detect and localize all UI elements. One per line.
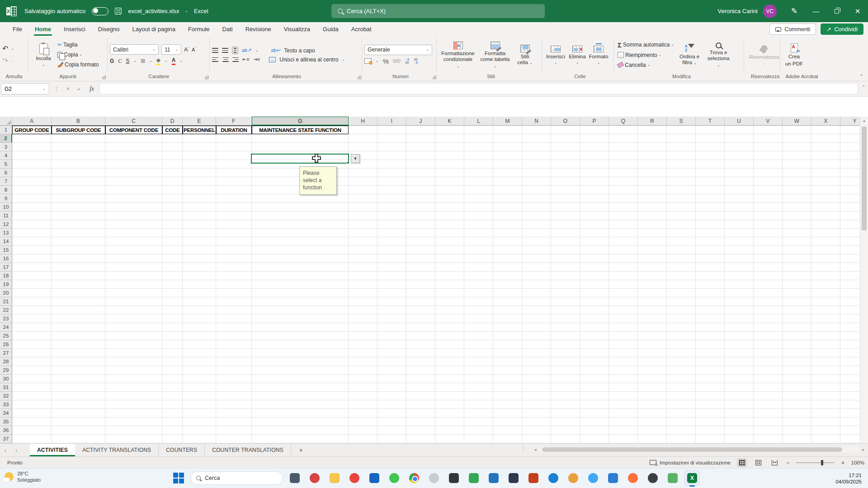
cell-A2[interactable] — [12, 134, 52, 143]
ribbon-tab-inserisci[interactable]: Inserisci — [57, 22, 92, 36]
merge-center-icon[interactable]: ↔ — [269, 57, 276, 62]
cell-W28[interactable] — [783, 357, 811, 366]
column-header-H[interactable]: H — [349, 117, 377, 126]
cell-D24[interactable] — [162, 323, 183, 332]
cell-O8[interactable] — [551, 186, 580, 194]
cell-H6[interactable] — [349, 169, 377, 177]
column-header-I[interactable]: I — [377, 117, 406, 126]
cell-L36[interactable] — [464, 426, 493, 435]
cell-S1[interactable] — [667, 126, 696, 134]
cell-B5[interactable] — [52, 160, 105, 169]
cell-P32[interactable] — [580, 392, 609, 400]
cell-E8[interactable] — [183, 186, 216, 194]
cell-X26[interactable] — [811, 340, 840, 349]
cell-L14[interactable] — [464, 237, 493, 246]
cell-I3[interactable] — [377, 143, 406, 151]
cell-N30[interactable] — [522, 375, 551, 383]
row-header-23[interactable]: 23 — [0, 314, 12, 323]
cell-R21[interactable] — [638, 297, 667, 306]
cell-S28[interactable] — [667, 357, 696, 366]
cell-L27[interactable] — [464, 349, 493, 357]
cell-R30[interactable] — [638, 375, 667, 383]
cell-K17[interactable] — [435, 263, 464, 272]
cell-E16[interactable] — [183, 254, 216, 263]
cell-H29[interactable] — [349, 366, 377, 375]
cell-Y7[interactable] — [840, 177, 860, 186]
row-header-24[interactable]: 24 — [0, 323, 12, 332]
cell-D16[interactable] — [162, 254, 183, 263]
cell-H21[interactable] — [349, 297, 377, 306]
scroll-right-icon[interactable]: ▸ — [862, 447, 864, 452]
cell-Y16[interactable] — [840, 254, 860, 263]
cell-R20[interactable] — [638, 289, 667, 297]
cell-P21[interactable] — [580, 297, 609, 306]
cell-W1[interactable] — [783, 126, 811, 134]
cell-V34[interactable] — [754, 409, 783, 418]
cell-P16[interactable] — [580, 254, 609, 263]
cell-M9[interactable] — [493, 194, 522, 203]
cell-W12[interactable] — [783, 220, 811, 229]
normal-view-button[interactable] — [737, 458, 747, 467]
cell-J14[interactable] — [406, 237, 435, 246]
ribbon-tab-disegno[interactable]: Disegno — [92, 22, 126, 36]
orientation-icon[interactable]: ab↗ — [242, 47, 251, 53]
cell-F28[interactable] — [216, 357, 252, 366]
cell-R31[interactable] — [638, 383, 667, 392]
cell-P30[interactable] — [580, 375, 609, 383]
increase-indent-icon[interactable]: ⇥≡ — [253, 56, 260, 62]
title-search-box[interactable]: Cerca (ALT+X) — [331, 4, 545, 18]
cell-C26[interactable] — [105, 340, 162, 349]
column-header-F[interactable]: F — [216, 117, 252, 126]
cell-J23[interactable] — [406, 314, 435, 323]
cell-P12[interactable] — [580, 220, 609, 229]
cell-C20[interactable] — [105, 289, 162, 297]
cell-U10[interactable] — [725, 203, 754, 211]
cell-E5[interactable] — [183, 160, 216, 169]
cell-V28[interactable] — [754, 357, 783, 366]
column-header-U[interactable]: U — [725, 117, 754, 126]
cell-L15[interactable] — [464, 246, 493, 254]
cell-P9[interactable] — [580, 194, 609, 203]
column-header-Q[interactable]: Q — [609, 117, 638, 126]
cell-I21[interactable] — [377, 297, 406, 306]
cell-D9[interactable] — [162, 194, 183, 203]
cell-J34[interactable] — [406, 409, 435, 418]
cell-J13[interactable] — [406, 229, 435, 237]
cell-A22[interactable] — [12, 306, 52, 314]
cell-S34[interactable] — [667, 409, 696, 418]
cell-W25[interactable] — [783, 332, 811, 340]
clear-button[interactable]: Cancella⌄ — [616, 61, 651, 69]
cell-J25[interactable] — [406, 332, 435, 340]
cell-Y28[interactable] — [840, 357, 860, 366]
cell-J1[interactable] — [406, 126, 435, 134]
blue-x-app-icon[interactable] — [486, 470, 501, 486]
cell-A24[interactable] — [12, 323, 52, 332]
cell-F33[interactable] — [216, 400, 252, 409]
cell-B24[interactable] — [52, 323, 105, 332]
cell-D7[interactable] — [162, 177, 183, 186]
cell-L20[interactable] — [464, 289, 493, 297]
cell-S8[interactable] — [667, 186, 696, 194]
column-header-R[interactable]: R — [638, 117, 667, 126]
cell-S10[interactable] — [667, 203, 696, 211]
cell-V20[interactable] — [754, 289, 783, 297]
cell-X1[interactable] — [811, 126, 840, 134]
pin-app-icon[interactable] — [307, 470, 322, 486]
zoom-slider[interactable] — [796, 462, 835, 463]
cell-A23[interactable] — [12, 314, 52, 323]
cell-V9[interactable] — [754, 194, 783, 203]
cell-W32[interactable] — [783, 392, 811, 400]
cell-G30[interactable] — [252, 375, 349, 383]
font-family-combo[interactable]: Calibri⌄ — [110, 44, 159, 55]
cell-W31[interactable] — [783, 383, 811, 392]
cell-Y1[interactable] — [840, 126, 860, 134]
cell-O22[interactable] — [551, 306, 580, 314]
movies-app-icon[interactable] — [605, 470, 621, 486]
cell-C19[interactable] — [105, 280, 162, 289]
autosave-toggle[interactable] — [92, 7, 108, 15]
cell-P13[interactable] — [580, 229, 609, 237]
row-header-35[interactable]: 35 — [0, 418, 12, 426]
cell-G18[interactable] — [252, 272, 349, 280]
cell-H28[interactable] — [349, 357, 377, 366]
cell-B37[interactable] — [52, 435, 105, 443]
